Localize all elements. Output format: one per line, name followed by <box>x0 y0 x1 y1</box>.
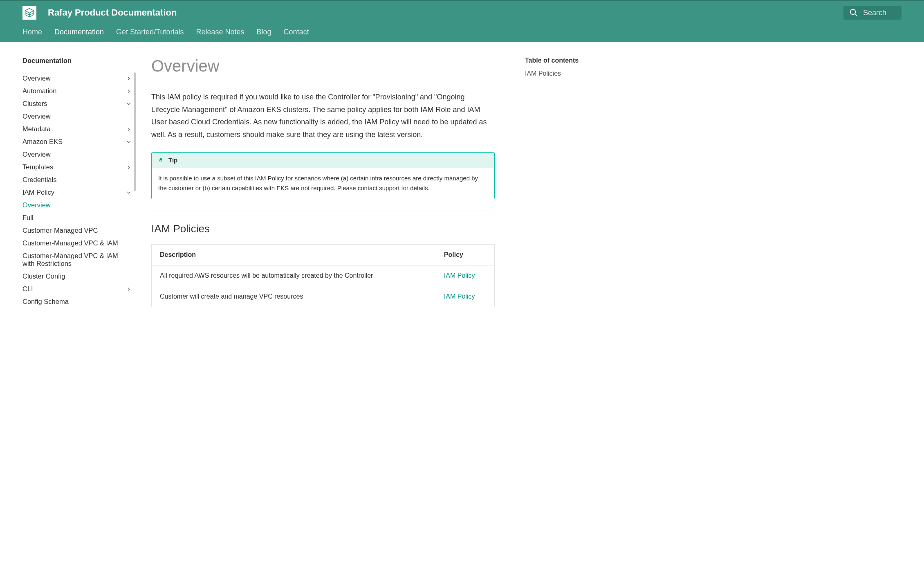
sidebar-item-full[interactable]: Full <box>22 211 132 224</box>
sidebar-item-label: Cluster Config <box>22 272 132 280</box>
search-icon <box>849 8 858 17</box>
chevron-right-icon <box>126 126 132 132</box>
sidebar-item-label: Overview <box>22 151 132 158</box>
sidebar-item-overview[interactable]: Overview <box>22 110 132 123</box>
tip-header: Tip <box>152 153 494 168</box>
sidebar-item-overview[interactable]: Overview <box>22 148 132 161</box>
logo-icon <box>24 7 35 18</box>
chevron-right-icon <box>126 164 132 170</box>
sidebar-item-label: Clusters <box>22 100 126 108</box>
policy-link[interactable]: IAM Policy <box>436 286 495 307</box>
primary-nav: HomeDocumentationGet Started/TutorialsRe… <box>0 24 924 42</box>
nav-tab-contact[interactable]: Contact <box>284 28 309 36</box>
sidebar-scrollbar[interactable] <box>134 72 136 191</box>
flame-icon <box>157 157 164 164</box>
cell-description: All required AWS resources will be autom… <box>152 265 436 286</box>
sidebar-item-label: Credentials <box>22 176 132 184</box>
sidebar-item-cli[interactable]: CLI <box>22 283 132 295</box>
chevron-right-icon <box>126 76 132 81</box>
sidebar-item-cluster-config[interactable]: Cluster Config <box>22 270 132 283</box>
nav-tab-documentation[interactable]: Documentation <box>54 28 104 36</box>
iam-policies-heading: IAM Policies <box>151 223 495 235</box>
chevron-right-icon <box>126 286 132 292</box>
chevron-down-icon <box>126 190 132 196</box>
sidebar-item-label: Overview <box>22 201 132 209</box>
nav-tab-get-started-tutorials[interactable]: Get Started/Tutorials <box>116 28 184 36</box>
sidebar-item-label: Overview <box>22 112 132 120</box>
nav-tab-release-notes[interactable]: Release Notes <box>196 28 244 36</box>
chevron-down-icon <box>126 101 132 107</box>
sidebar-item-label: Full <box>22 214 132 222</box>
sidebar-item-label: Config Schema <box>22 298 132 306</box>
site-title: Rafay Product Documentation <box>48 7 843 18</box>
toc-title: Table of contents <box>525 57 613 64</box>
policies-table: Description Policy All required AWS reso… <box>151 244 495 307</box>
sidebar-item-overview[interactable]: Overview <box>22 72 132 85</box>
nav-tab-home[interactable]: Home <box>22 28 42 36</box>
site-header: Rafay Product Documentation HomeDocument… <box>0 0 924 42</box>
sidebar-nav: OverviewAutomationClustersOverviewMetada… <box>22 72 132 308</box>
sidebar-item-customer-managed-vpc[interactable]: Customer-Managed VPC <box>22 224 132 237</box>
table-row: All required AWS resources will be autom… <box>152 265 495 286</box>
sidebar: Documentation OverviewAutomationClusters… <box>22 57 135 308</box>
sidebar-item-templates[interactable]: Templates <box>22 161 132 173</box>
sidebar-title: Documentation <box>22 57 132 65</box>
page-title: Overview <box>151 57 495 75</box>
sidebar-item-label: Customer-Managed VPC <box>22 227 132 234</box>
main-content: Overview This IAM policy is required if … <box>151 57 507 308</box>
sidebar-item-label: Amazon EKS <box>22 138 126 146</box>
sidebar-item-label: Customer-Managed VPC & IAM with Restrict… <box>22 252 132 268</box>
toc-item-iam-policies[interactable]: IAM Policies <box>525 70 613 77</box>
chevron-down-icon <box>126 139 132 145</box>
sidebar-item-label: Automation <box>22 87 126 95</box>
policy-link[interactable]: IAM Policy <box>436 265 495 286</box>
tip-admonition: Tip It is possible to use a subset of th… <box>151 152 495 199</box>
lead-paragraph: This IAM policy is required if you would… <box>151 91 495 141</box>
sidebar-item-credentials[interactable]: Credentials <box>22 173 132 186</box>
sidebar-item-label: Templates <box>22 163 126 171</box>
sidebar-item-amazon-eks[interactable]: Amazon EKS <box>22 135 132 148</box>
table-header-row: Description Policy <box>152 245 495 265</box>
section-divider <box>151 211 495 211</box>
sidebar-item-overview[interactable]: Overview <box>22 199 132 211</box>
sidebar-item-label: Metadata <box>22 125 126 133</box>
sidebar-item-label: IAM Policy <box>22 189 126 196</box>
table-row: Customer will create and manage VPC reso… <box>152 286 495 307</box>
svg-line-2 <box>855 14 857 16</box>
tip-label: Tip <box>168 157 177 164</box>
sidebar-item-label: CLI <box>22 285 126 293</box>
sidebar-item-iam-policy[interactable]: IAM Policy <box>22 186 132 199</box>
table-of-contents: Table of contents IAM Policies <box>523 57 613 308</box>
sidebar-item-customer-managed-vpc-iam[interactable]: Customer-Managed VPC & IAM <box>22 237 132 250</box>
tip-body: It is possible to use a subset of this I… <box>152 168 494 199</box>
nav-tab-blog[interactable]: Blog <box>257 28 271 36</box>
chevron-right-icon <box>126 88 132 94</box>
sidebar-item-label: Overview <box>22 74 126 82</box>
col-policy: Policy <box>436 245 495 265</box>
search-input[interactable] <box>863 9 896 17</box>
sidebar-item-clusters[interactable]: Clusters <box>22 97 132 110</box>
col-description: Description <box>152 245 436 265</box>
sidebar-item-automation[interactable]: Automation <box>22 85 132 97</box>
sidebar-item-config-schema[interactable]: Config Schema <box>22 295 132 308</box>
sidebar-item-label: Customer-Managed VPC & IAM <box>22 239 132 247</box>
header-top-row: Rafay Product Documentation <box>0 1 924 24</box>
cell-description: Customer will create and manage VPC reso… <box>152 286 436 307</box>
page-container: Documentation OverviewAutomationClusters… <box>0 42 924 308</box>
sidebar-item-metadata[interactable]: Metadata <box>22 123 132 135</box>
sidebar-item-customer-managed-vpc-iam-with-restrictions[interactable]: Customer-Managed VPC & IAM with Restrict… <box>22 250 132 270</box>
site-logo[interactable] <box>22 6 36 20</box>
search-box[interactable] <box>843 6 902 20</box>
